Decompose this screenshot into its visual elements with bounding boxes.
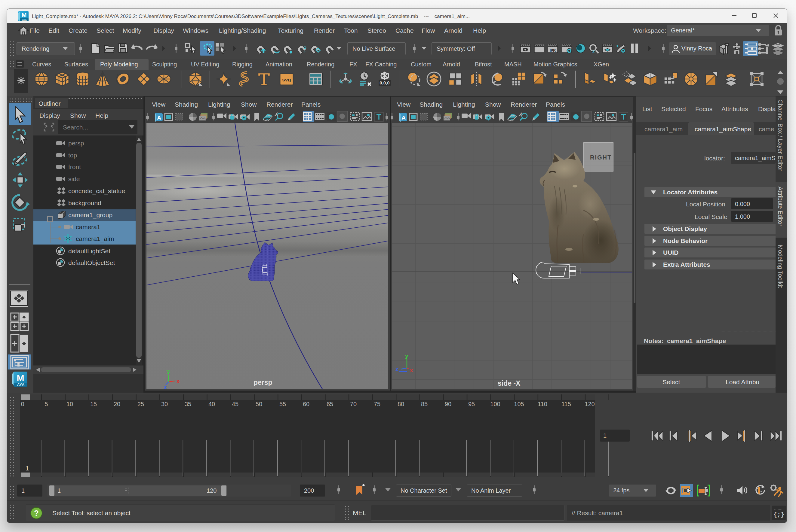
svg-text:IPR: IPR	[550, 49, 556, 53]
svg-text:y: y	[167, 368, 170, 374]
svg-text:AYA: AYA	[17, 382, 25, 387]
svg-text:A: A	[401, 114, 406, 121]
svg-text:y: y	[405, 353, 409, 359]
svg-text:svg: svg	[282, 77, 291, 82]
svg-text:M: M	[17, 373, 24, 383]
svg-text:z: z	[164, 384, 167, 389]
svg-text:z: z	[395, 366, 398, 372]
svg-text:A: A	[157, 114, 161, 121]
svg-text:x: x	[592, 49, 595, 54]
svg-text:AYA: AYA	[22, 19, 27, 21]
svg-text:M: M	[22, 12, 27, 18]
svg-text:{;}: {;}	[774, 511, 784, 518]
svg-text:x: x	[410, 367, 413, 374]
svg-text:x: x	[177, 378, 180, 384]
svg-text:0,0,0: 0,0,0	[380, 80, 390, 85]
svg-text:persp: persp	[254, 379, 272, 386]
svg-text:?: ?	[34, 509, 39, 518]
